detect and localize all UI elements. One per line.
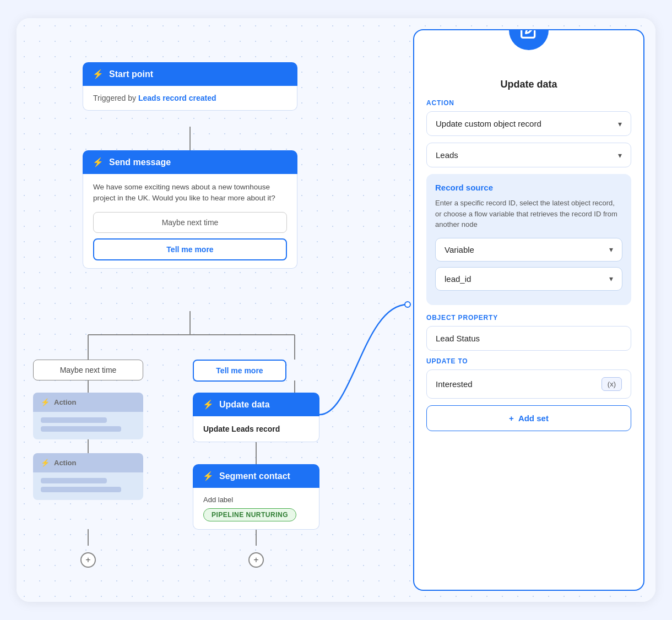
action-dropdown-value: Update custom object record	[436, 119, 541, 128]
message-text: We have some exciting news about a new t…	[93, 182, 287, 204]
update-record-text: Update Leads record	[203, 425, 280, 433]
lightning-icon-4: ⚡	[41, 459, 50, 467]
plus-icon-right: +	[253, 555, 258, 565]
update-data-title: Update data	[219, 400, 270, 410]
update-data-node[interactable]: ⚡ Update data Update Leads record	[193, 393, 319, 442]
lightning-icon-3: ⚡	[41, 398, 50, 406]
send-message-header: ⚡ Send message	[83, 150, 297, 174]
object-property-label: OBJECT PROPERTY	[414, 314, 643, 322]
start-point-body: Triggered by Leads record created	[83, 86, 297, 111]
segment-contact-node[interactable]: ⚡ Segment contact Add label PIPELINE NUR…	[193, 464, 319, 530]
variable-chevron-icon: ▾	[609, 245, 613, 254]
plus-icon-left: +	[85, 555, 90, 565]
lightning-icon-5: ⚡	[203, 399, 214, 410]
lightning-icon: ⚡	[93, 69, 104, 79]
plus-button-left[interactable]: +	[80, 552, 96, 568]
trigger-link: Leads record created	[138, 94, 216, 102]
start-point-header: ⚡ Start point	[83, 62, 297, 86]
flow-panel: ⚡ Start point Triggered by Leads record …	[33, 35, 364, 585]
lead-id-dropdown[interactable]: lead_id ▾	[435, 267, 622, 291]
panel-title: Update data	[414, 52, 643, 99]
action-2-title: Action	[54, 459, 76, 467]
object-property-value: Lead Status	[436, 334, 480, 343]
update-to-field[interactable]: Interested (x)	[426, 369, 631, 399]
send-message-node[interactable]: ⚡ Send message We have some exciting new…	[83, 150, 297, 269]
action-2-header: ⚡ Action	[33, 453, 143, 472]
update-to-label: UPDATE TO	[414, 357, 643, 365]
lightning-icon-2: ⚡	[93, 157, 104, 167]
tell-me-more-button[interactable]: Tell me more	[93, 238, 287, 260]
variable-dropdown[interactable]: Variable ▾	[435, 238, 622, 262]
action-node-1[interactable]: ⚡ Action	[33, 393, 143, 439]
update-data-body: Update Leads record	[193, 416, 319, 442]
trigger-text: Triggered by	[93, 94, 136, 102]
update-data-header: ⚡ Update data	[193, 393, 319, 416]
action-1-title: Action	[54, 398, 76, 406]
add-set-button[interactable]: + Add set	[426, 405, 631, 431]
start-point-node[interactable]: ⚡ Start point Triggered by Leads record …	[83, 62, 297, 111]
maybe-branch-label: Maybe next time	[60, 366, 117, 374]
maybe-next-time-button[interactable]: Maybe next time	[93, 212, 287, 233]
add-set-label: Add set	[518, 414, 549, 423]
update-to-value: Interested	[436, 379, 473, 389]
segment-body: Add label PIPELINE NURTURING	[193, 488, 319, 530]
maybe-next-time-branch[interactable]: Maybe next time	[33, 360, 143, 380]
tell-me-branch-label: Tell me more	[216, 366, 263, 375]
segment-title: Segment contact	[219, 471, 290, 481]
action-1-body	[33, 412, 143, 439]
segment-header: ⚡ Segment contact	[193, 464, 319, 488]
object-property-dropdown[interactable]: Lead Status	[426, 326, 631, 351]
pipeline-badge: PIPELINE NURTURING	[203, 508, 296, 521]
add-label-text: Add label	[203, 496, 309, 504]
variable-badge: (x)	[601, 377, 622, 391]
action-1-header: ⚡ Action	[33, 393, 143, 412]
object-dropdown[interactable]: Leads ▾	[426, 143, 631, 167]
lead-id-dropdown-value: lead_id	[445, 274, 471, 284]
variable-dropdown-value: Variable	[445, 245, 474, 254]
send-message-body: We have some exciting news about a new t…	[83, 174, 297, 269]
start-point-title: Start point	[109, 69, 153, 79]
action-chevron-icon: ▾	[618, 119, 622, 128]
record-source-title: Record source	[435, 183, 622, 192]
record-source-box: Record source Enter a specific record ID…	[426, 174, 631, 305]
object-dropdown-value: Leads	[436, 150, 458, 160]
plus-button-right[interactable]: +	[248, 552, 264, 568]
record-source-desc: Enter a specific record ID, select the l…	[435, 198, 622, 230]
action-2-body	[33, 472, 143, 500]
action-node-2[interactable]: ⚡ Action	[33, 453, 143, 500]
lead-id-chevron-icon: ▾	[609, 274, 613, 283]
edit-circle	[509, 29, 549, 50]
right-panel: Update data ACTION Update custom object …	[413, 29, 644, 591]
lightning-icon-6: ⚡	[203, 471, 214, 481]
add-set-icon: +	[509, 414, 514, 423]
action-dropdown[interactable]: Update custom object record ▾	[426, 111, 631, 136]
tell-me-more-branch[interactable]: Tell me more	[193, 360, 286, 382]
send-message-title: Send message	[109, 157, 171, 167]
action-section-label: ACTION	[414, 99, 643, 107]
object-chevron-icon: ▾	[618, 151, 622, 160]
